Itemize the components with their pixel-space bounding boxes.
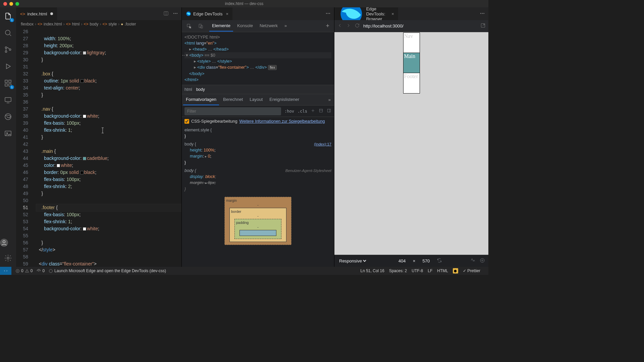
- split-editor-icon[interactable]: [163, 11, 169, 17]
- svg-point-21: [329, 13, 330, 14]
- responsive-select[interactable]: Responsive: [338, 258, 367, 264]
- minimize-window-button[interactable]: [9, 2, 13, 6]
- svg-point-29: [482, 13, 483, 14]
- close-icon[interactable]: ×: [391, 11, 394, 16]
- styles-filter-input[interactable]: [184, 107, 281, 115]
- tab-formatvorlagen[interactable]: Formatvorlagen: [183, 94, 219, 105]
- computed-sidebar-icon[interactable]: [319, 108, 323, 114]
- run-debug-icon[interactable]: [0, 61, 16, 72]
- svg-rect-8: [5, 98, 11, 102]
- prettier-status[interactable]: ✓ Prettier: [463, 268, 480, 273]
- url-input[interactable]: [363, 23, 477, 28]
- svg-point-3: [9, 49, 11, 51]
- tag-icon: <>: [66, 22, 71, 26]
- dom-breadcrumbs[interactable]: html body: [182, 85, 334, 94]
- image-preview-icon[interactable]: [0, 128, 16, 139]
- close-icon[interactable]: ×: [226, 11, 228, 16]
- svg-point-12: [3, 241, 5, 243]
- emulate-vision-icon[interactable]: [480, 258, 485, 264]
- dom-tree[interactable]: <!DOCTYPE html> <html lang="en"> ▸<head>…: [182, 32, 334, 85]
- editor-tab-index-html[interactable]: <> index.html: [16, 7, 57, 20]
- css-mirror-checkbox[interactable]: [184, 119, 189, 124]
- status-bar: 0 0 0 Launch Microsoft Edge and open the…: [0, 267, 488, 275]
- viewport-width[interactable]: 404: [395, 258, 409, 263]
- activity-bar: 1 1: [0, 7, 16, 267]
- code-editor[interactable]: 2627282930313233343536373839404142434445…: [16, 28, 181, 267]
- tab-netzwerk[interactable]: Netzwerk: [257, 20, 280, 32]
- window-title: index.html — dev-css: [225, 1, 264, 6]
- nav-back-icon[interactable]: [337, 23, 342, 29]
- eslint-icon[interactable]: ⬢: [453, 268, 458, 274]
- add-tab-icon[interactable]: +: [324, 22, 331, 29]
- ua-stylesheet-label: Benutzer-Agent-Stylesheet: [285, 168, 331, 174]
- preview-nav-box: Nav: [404, 33, 420, 53]
- breadcrumb[interactable]: flexbox› <>index.html› <>html› <>body› <…: [16, 20, 181, 28]
- more-tabs-icon[interactable]: »: [282, 20, 289, 32]
- svg-point-36: [49, 269, 53, 273]
- hov-toggle[interactable]: :hov: [284, 109, 294, 114]
- nav-forward-icon[interactable]: [346, 23, 351, 29]
- flex-badge[interactable]: flex: [268, 65, 277, 70]
- browser-tab[interactable]: Edge DevTools: Browser ×: [334, 7, 398, 20]
- encoding-status[interactable]: UTF-8: [412, 268, 423, 273]
- text-cursor-icon: [100, 127, 105, 133]
- explorer-badge: 1: [10, 18, 14, 22]
- edge-tools-icon[interactable]: [0, 111, 16, 122]
- tab-ereignislistener[interactable]: Ereignislistener: [267, 94, 302, 105]
- device-emulation-icon[interactable]: [196, 21, 205, 31]
- indentation-status[interactable]: Spaces: 2: [389, 268, 407, 273]
- new-style-rule-icon[interactable]: [311, 108, 315, 114]
- html-file-icon: <>: [38, 22, 42, 26]
- source-link[interactable]: (Index):17: [314, 141, 331, 147]
- edge-icon: [186, 11, 191, 16]
- svg-point-30: [484, 13, 484, 14]
- box-model[interactable]: margin- border- padding-: [224, 197, 291, 245]
- eol-status[interactable]: LF: [428, 268, 432, 273]
- svg-point-15: [173, 13, 174, 14]
- tab-elemente[interactable]: Elemente: [209, 20, 233, 32]
- ports-status[interactable]: 0: [37, 268, 45, 273]
- more-styles-tabs-icon[interactable]: »: [326, 97, 333, 102]
- preview-viewport[interactable]: Nav Main Footer: [334, 32, 488, 255]
- launch-status[interactable]: Launch Microsoft Edge and open the Edge …: [49, 268, 166, 273]
- more-actions-icon[interactable]: [480, 11, 485, 17]
- remote-indicator[interactable]: [0, 267, 11, 275]
- tab-layout[interactable]: Layout: [247, 94, 265, 105]
- cls-toggle[interactable]: .cls: [298, 109, 307, 114]
- more-actions-icon[interactable]: [173, 11, 178, 17]
- toggle-sidebar-icon[interactable]: [327, 108, 331, 114]
- tab-konsole[interactable]: Konsole: [234, 20, 256, 32]
- editor-panel: <> index.html flexbox› <>index.html› <>h…: [16, 7, 181, 267]
- cursor-position-status[interactable]: Ln 51, Col 16: [361, 268, 384, 273]
- svg-point-16: [175, 13, 176, 14]
- devtools-tab[interactable]: Edge DevTools ×: [182, 7, 232, 20]
- problems-status[interactable]: 0 0: [15, 268, 33, 273]
- close-window-button[interactable]: [3, 2, 7, 6]
- remote-explorer-icon[interactable]: [0, 95, 16, 105]
- html-file-icon: <>: [20, 11, 25, 16]
- source-control-icon[interactable]: [0, 44, 16, 55]
- explorer-icon[interactable]: 1: [0, 11, 16, 21]
- extensions-badge: 1: [10, 85, 14, 89]
- rotate-icon[interactable]: [437, 258, 442, 264]
- open-external-icon[interactable]: [480, 23, 486, 29]
- svg-rect-25: [319, 109, 322, 112]
- css-mirror-link[interactable]: Weitere Informationen zur Spiegelbearbei…: [239, 119, 325, 124]
- search-icon[interactable]: [0, 27, 16, 38]
- reload-icon[interactable]: [355, 23, 360, 29]
- css-mirror-label: CSS-Spiegelbearbeitung: [191, 119, 237, 124]
- language-mode-status[interactable]: HTML: [437, 268, 448, 273]
- account-icon[interactable]: [0, 239, 8, 247]
- close-icon[interactable]: ×: [413, 258, 416, 263]
- more-actions-icon[interactable]: [325, 11, 331, 17]
- inspect-element-icon[interactable]: [184, 21, 194, 31]
- maximize-window-button[interactable]: [15, 2, 19, 6]
- browser-preview-panel: Edge DevTools: Browser × Nav Main: [334, 7, 488, 267]
- screenshot-icon[interactable]: [470, 258, 476, 264]
- extensions-icon[interactable]: 1: [0, 78, 16, 88]
- tab-berechnet[interactable]: Berechnet: [220, 94, 246, 105]
- svg-point-1: [5, 47, 7, 49]
- settings-gear-icon[interactable]: [0, 253, 16, 263]
- svg-point-33: [482, 260, 483, 261]
- viewport-height[interactable]: 570: [419, 258, 433, 263]
